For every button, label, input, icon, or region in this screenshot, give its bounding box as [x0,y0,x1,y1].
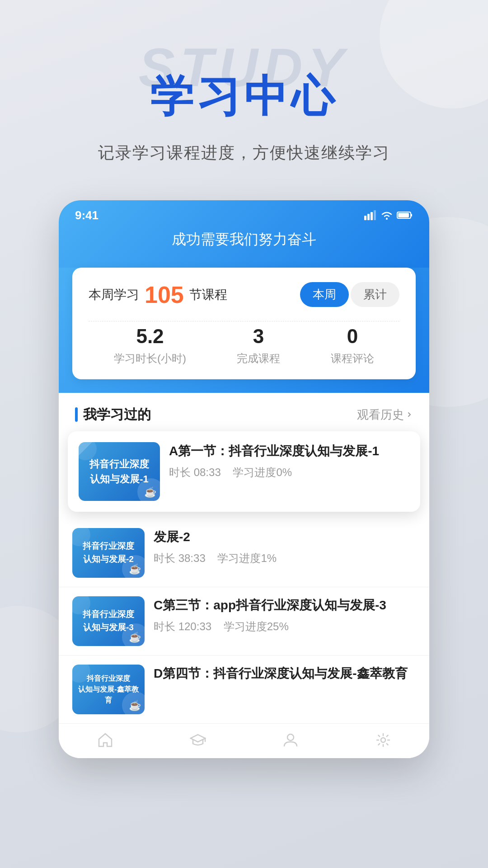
course-meta-1: 时长 08:33 学习进度0% [169,464,409,481]
course-thumb-1: 抖音行业深度认知与发展-1 ☕ [79,442,160,501]
course-duration-1: 时长 08:33 [169,466,221,478]
section-title: 我学习过的 [83,406,151,424]
course-card-2[interactable]: 抖音行业深度认知与发展-2 ☕ 发展-2 时长 38:33 学习进度1% [59,519,429,587]
tab-week-button[interactable]: 本周 [300,282,349,307]
course-meta-3: 时长 120:33 学习进度25% [154,618,416,635]
tab-total-button[interactable]: 累计 [351,282,399,307]
phone-mockup: 9:41 [59,200,429,758]
stat-item-completed: 3 完成课程 [237,325,280,366]
course-info-1: A第一节：抖音行业深度认知与发展-1 时长 08:33 学习进度0% [169,442,409,481]
signal-icon [364,210,377,220]
person-icon [282,731,300,749]
status-bar: 9:41 [59,200,429,222]
course-title-3: C第三节：app抖音行业深度认知与发展-3 [154,596,416,614]
course-title-1: A第一节：抖音行业深度认知与发展-1 [169,442,409,460]
svg-rect-0 [364,216,366,220]
stat-label-completed: 完成课程 [237,351,280,366]
stat-label-reviews: 课程评论 [331,351,374,366]
stats-number: 105 [145,281,184,308]
stat-item-hours: 5.2 学习时长(小时) [114,325,186,366]
course-progress-1: 学习进度0% [233,466,292,478]
stats-top-row: 本周学习 105 节课程 本周 累计 [89,281,399,308]
home-icon [96,731,114,749]
stat-value-reviews: 0 [347,325,358,348]
svg-rect-1 [367,214,370,220]
settings-icon [374,731,392,749]
svg-rect-3 [374,210,376,220]
course-progress-3: 学习进度25% [224,620,289,632]
course-title-2: 发展-2 [154,528,416,546]
chevron-right-icon [406,411,413,418]
svg-point-4 [386,218,388,220]
course-thumb-text-4: 抖音行业深度认知与发展-鑫萃教育 [72,670,145,709]
stats-card: 本周学习 105 节课程 本周 累计 5.2 学习时长(小时) [72,268,416,379]
nav-item-profile[interactable] [282,731,300,749]
course-card-4[interactable]: 抖音行业深度认知与发展-鑫萃教育 ☕ D第四节：抖音行业深度认知与发展-鑫萃教育 [59,656,429,723]
course-info-4: D第四节：抖音行业深度认知与发展-鑫萃教育 [154,665,416,682]
course-duration-3: 时长 120:33 [154,620,211,632]
svg-point-9 [381,738,385,742]
page-title: 学习中心 [150,72,338,120]
nav-item-settings[interactable] [374,731,392,749]
wifi-icon [380,210,393,220]
svg-point-8 [287,734,294,741]
course-thumb-4: 抖音行业深度认知与发展-鑫萃教育 ☕ [72,665,145,714]
stats-numbers-row: 5.2 学习时长(小时) 3 完成课程 0 课程评论 [89,321,399,366]
phone-nav-title: 成功需要我们努力奋斗 [59,230,429,254]
course-info-2: 发展-2 时长 38:33 学习进度1% [154,528,416,566]
course-list: 抖音行业深度认知与发展-1 ☕ A第一节：抖音行业深度认知与发展-1 时长 08… [59,431,429,723]
svg-rect-2 [371,212,373,220]
stat-label-hours: 学习时长(小时) [114,351,186,366]
nav-item-courses[interactable] [189,731,207,749]
status-icons [364,210,413,220]
stats-prefix: 本周学习 [89,286,139,303]
tab-group: 本周 累计 [300,282,399,307]
course-duration-2: 时长 38:33 [154,552,206,564]
section-title-wrapper: 我学习过的 [75,406,151,424]
course-info-3: C第三节：app抖音行业深度认知与发展-3 时长 120:33 学习进度25% [154,596,416,635]
stat-value-hours: 5.2 [136,325,164,348]
course-thumb-text-2: 抖音行业深度认知与发展-2 [79,536,138,569]
battery-icon [397,211,413,220]
course-card-featured[interactable]: 抖音行业深度认知与发展-1 ☕ A第一节：抖音行业深度认知与发展-1 时长 08… [68,431,420,512]
course-thumb-2: 抖音行业深度认知与发展-2 ☕ [72,528,145,578]
course-card-3[interactable]: 抖音行业深度认知与发展-3 ☕ C第三节：app抖音行业深度认知与发展-3 时长… [59,587,429,656]
svg-rect-6 [398,213,409,217]
course-meta-2: 时长 38:33 学习进度1% [154,550,416,566]
section-bar-decoration [75,407,78,422]
bottom-nav [59,723,429,758]
status-time: 9:41 [75,208,99,222]
course-title-4: D第四节：抖音行业深度认知与发展-鑫萃教育 [154,665,416,682]
graduation-icon [189,731,207,749]
nav-item-home[interactable] [96,731,114,749]
page-subtitle: 记录学习课程进度，方便快速继续学习 [98,142,390,164]
history-link-text: 观看历史 [357,407,404,423]
stat-value-completed: 3 [253,325,264,348]
history-link[interactable]: 观看历史 [357,407,413,423]
course-thumb-3: 抖音行业深度认知与发展-3 ☕ [72,596,145,646]
stats-suffix: 节课程 [189,286,227,303]
course-thumb-text-3: 抖音行业深度认知与发展-3 [79,604,138,637]
stat-item-reviews: 0 课程评论 [331,325,374,366]
phone-header: 9:41 [59,200,429,268]
course-progress-2: 学习进度1% [217,552,277,564]
course-thumb-text-1: 抖音行业深度认知与发展-1 [86,453,153,490]
section-header: 我学习过的 观看历史 [59,393,429,431]
